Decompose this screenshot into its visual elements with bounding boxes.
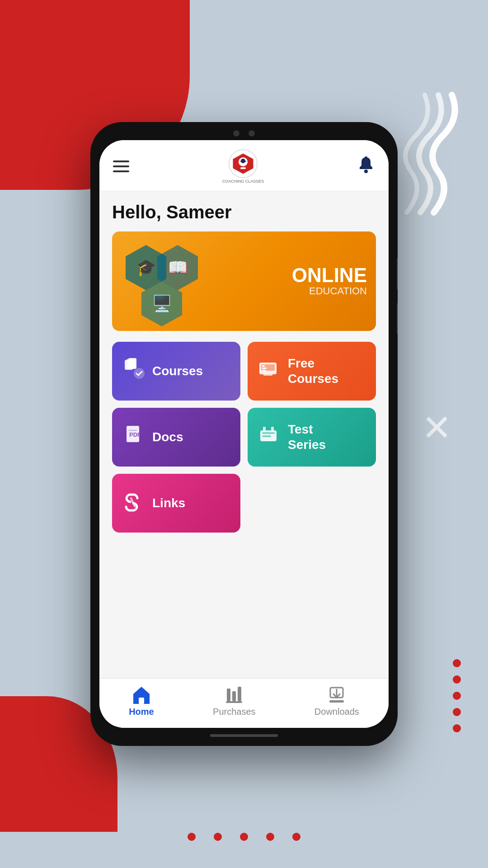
phone-home-bar	[210, 734, 278, 737]
phone-cameras	[233, 130, 255, 137]
courses-button[interactable]: Courses	[112, 342, 240, 401]
svg-rect-14	[262, 370, 266, 371]
svg-rect-28	[232, 691, 236, 701]
links-label: Links	[152, 495, 185, 511]
notification-bell-icon[interactable]	[357, 156, 375, 178]
svg-rect-20	[262, 432, 275, 434]
downloads-icon	[327, 685, 347, 705]
nav-home-label: Home	[129, 707, 154, 717]
svg-rect-22	[263, 427, 266, 431]
docs-icon: PDF	[121, 422, 146, 453]
dots-decoration-bottom	[188, 833, 300, 841]
svg-rect-33	[329, 700, 344, 703]
svg-text:PDF: PDF	[129, 431, 141, 438]
home-icon	[131, 685, 151, 705]
phone-screen: COACHING CLASSES Hello, Sameer 🎓 📖 🖥️	[99, 140, 389, 728]
bottom-navigation: Home Purchases Downloads	[99, 678, 389, 728]
svg-rect-12	[262, 365, 265, 367]
svg-rect-21	[262, 435, 271, 437]
docs-button[interactable]: PDF Docs	[112, 408, 240, 467]
grid-row-3: Links	[112, 474, 376, 533]
svg-rect-29	[238, 687, 241, 701]
phone-side-button-1	[397, 258, 398, 289]
menu-grid: Courses	[112, 342, 376, 533]
greeting-text: Hello, Sameer	[112, 202, 376, 222]
svg-rect-26	[139, 698, 144, 704]
hamburger-menu[interactable]	[113, 160, 129, 172]
nav-home[interactable]: Home	[129, 685, 154, 717]
courses-label: Courses	[152, 363, 203, 379]
hamburger-line-2	[113, 165, 129, 167]
grid-row-2: PDF Docs	[112, 408, 376, 467]
grid-row-1: Courses	[112, 342, 376, 401]
hamburger-line-1	[113, 160, 129, 162]
svg-point-2	[241, 159, 245, 163]
nav-purchases[interactable]: Purchases	[213, 685, 256, 717]
svg-rect-3	[240, 167, 246, 169]
phone-frame: COACHING CLASSES Hello, Sameer 🎓 📖 🖥️	[90, 122, 398, 746]
links-button[interactable]: Links	[112, 474, 240, 533]
svg-rect-27	[227, 689, 230, 701]
svg-rect-30	[226, 701, 242, 703]
docs-label: Docs	[152, 429, 183, 445]
free-courses-icon	[257, 356, 282, 387]
promo-banner: 🎓 📖 🖥️ ONLINE EDUCATION	[112, 231, 376, 331]
nav-purchases-label: Purchases	[213, 707, 256, 717]
logo-svg	[231, 152, 255, 175]
main-content: Hello, Sameer 🎓 📖 🖥️ ONLINE EDUCATION	[99, 191, 389, 678]
logo-area: COACHING CLASSES	[222, 149, 264, 184]
svg-rect-23	[271, 427, 274, 431]
svg-rect-13	[262, 368, 267, 369]
banner-hex-icons: 🎓 📖 🖥️	[121, 241, 211, 322]
test-series-button[interactable]: TestSeries	[248, 408, 376, 467]
logo-text: COACHING CLASSES	[222, 179, 264, 184]
courses-icon	[121, 356, 146, 387]
svg-rect-5	[365, 156, 367, 158]
dots-decoration-right	[453, 659, 461, 732]
svg-rect-15	[263, 374, 272, 376]
banner-text-area: ONLINE EDUCATION	[292, 265, 367, 297]
x-decoration: ✕	[422, 407, 452, 449]
app-header: COACHING CLASSES	[99, 140, 389, 191]
svg-point-4	[364, 170, 368, 173]
nav-downloads-label: Downloads	[314, 707, 359, 717]
nav-downloads[interactable]: Downloads	[314, 685, 359, 717]
free-courses-label: FreeCourses	[288, 356, 338, 386]
svg-rect-8	[128, 358, 136, 369]
banner-subtitle: EDUCATION	[292, 285, 367, 297]
phone-side-button-2	[397, 303, 398, 335]
logo-circle	[229, 149, 258, 178]
banner-title: ONLINE	[292, 265, 367, 285]
hamburger-line-3	[113, 170, 129, 172]
purchases-icon	[224, 685, 244, 705]
links-icon	[121, 488, 146, 519]
test-series-label: TestSeries	[288, 422, 326, 452]
test-series-icon	[257, 422, 282, 453]
free-courses-button[interactable]: FreeCourses	[248, 342, 376, 401]
